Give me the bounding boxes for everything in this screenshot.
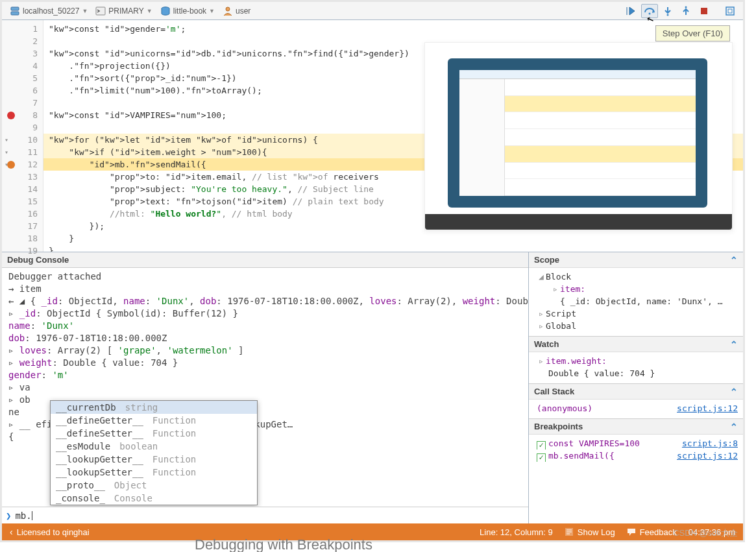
autocomplete-item[interactable]: __currentDbstring — [51, 401, 257, 414]
log-icon — [565, 527, 574, 536]
svg-point-6 — [667, 14, 669, 16]
chevron-down-icon: ▼ — [82, 8, 88, 14]
svg-rect-9 — [726, 7, 734, 15]
debug-side-panels: Scope⌃ ◢Block ▹item: { _id: ObjectId, na… — [529, 252, 743, 523]
role-selector[interactable]: PRIMARY ▼ — [91, 6, 156, 16]
collapse-icon[interactable]: ⌃ — [730, 337, 738, 352]
scope-script[interactable]: Script — [546, 309, 576, 318]
watch-panel[interactable]: Watch⌃ ▹item.weight: Double { value: 704… — [529, 337, 743, 384]
stop-button[interactable] — [696, 4, 713, 18]
step-out-button[interactable] — [677, 4, 694, 18]
server-icon — [10, 6, 20, 16]
host-selector[interactable]: localhost_50227 ▼ — [6, 6, 91, 16]
user-label: user — [236, 6, 250, 16]
role-label: PRIMARY — [108, 6, 143, 16]
watch-value: Double { value: 704 } — [537, 367, 738, 379]
scope-item-label: item: — [560, 284, 585, 294]
autocomplete-item[interactable]: __lookupSetter__Function — [51, 466, 257, 479]
scope-title: Scope — [534, 252, 559, 267]
autocomplete-item[interactable]: __proto__Object — [51, 479, 257, 492]
svg-point-4 — [226, 7, 230, 11]
debug-console-output[interactable]: Debugger attached→ item← ◢ { _id: Object… — [2, 268, 528, 507]
feedback-button[interactable]: Feedback — [627, 527, 677, 537]
breakpoints-title: Breakpoints — [534, 419, 583, 434]
callstack-title: Call Stack — [534, 384, 574, 399]
promo-laptop-image — [424, 42, 733, 230]
show-log-button[interactable]: Show Log — [565, 527, 615, 537]
debug-console-input[interactable]: mb. — [15, 510, 31, 521]
scope-item-value: { _id: ObjectId, name: 'Dunx', … — [537, 295, 738, 307]
watch-title: Watch — [534, 337, 559, 352]
page-subtitle: Debugging with Breakpoints — [195, 536, 372, 552]
chevron-left-icon[interactable]: ‹ — [10, 527, 13, 537]
collapse-icon[interactable]: ⌃ — [730, 419, 738, 434]
connection-bar: localhost_50227 ▼ PRIMARY ▼ little-book … — [2, 2, 743, 20]
debug-console-panel: Debug Console Debugger attached→ item← ◢… — [2, 252, 529, 523]
svg-rect-8 — [701, 8, 707, 14]
step-into-button[interactable] — [659, 4, 676, 18]
host-label: localhost_50227 — [23, 6, 79, 16]
svg-rect-10 — [728, 9, 732, 13]
collapse-icon[interactable]: ⌃ — [730, 384, 738, 399]
scope-global[interactable]: Global — [546, 321, 576, 331]
svg-point-7 — [685, 6, 687, 8]
svg-rect-0 — [11, 7, 19, 10]
show-log-label: Show Log — [578, 527, 615, 537]
restore-window-button[interactable] — [722, 4, 738, 18]
scope-block-label: Block — [546, 272, 571, 282]
svg-rect-1 — [11, 12, 19, 15]
continue-button[interactable] — [623, 4, 640, 18]
status-bar: ‹ Licensed to qinghai Line: 12, Column: … — [2, 523, 743, 540]
code-editor[interactable]: 12345678910111213141516171819 "kw">const… — [2, 20, 743, 252]
stack-frame-loc[interactable]: script.js:12 — [677, 402, 738, 414]
breakpoint-item[interactable]: ✓mb.sendMail({script.js:12 — [537, 450, 738, 462]
autocomplete-item[interactable]: __defineSetter__Function — [51, 427, 257, 440]
database-selector[interactable]: little-book ▼ — [156, 6, 219, 16]
autocomplete-item[interactable]: __defineGetter__Function — [51, 414, 257, 427]
chevron-down-icon: ▼ — [147, 8, 152, 14]
debug-console-input-bar[interactable]: ❯ mb. — [2, 507, 528, 523]
watermark-text: CSDN @sdk大全 — [673, 527, 738, 539]
database-icon — [160, 6, 171, 16]
line-gutter[interactable]: 12345678910111213141516171819 — [2, 20, 43, 252]
step-over-tooltip: Step Over (F10) — [655, 25, 730, 42]
breakpoints-panel[interactable]: Breakpoints⌃ ✓const VAMPIRES=100script.j… — [529, 419, 743, 523]
license-text: Licensed to qinghai — [17, 527, 90, 537]
feedback-label: Feedback — [640, 527, 677, 537]
chevron-down-icon: ▼ — [209, 8, 215, 14]
terminal-icon — [95, 6, 106, 16]
collapse-icon[interactable]: ⌃ — [730, 252, 738, 267]
stack-frame[interactable]: (anonymous) — [537, 403, 592, 413]
autocomplete-item[interactable]: __lookupGetter__Function — [51, 453, 257, 466]
feedback-icon — [627, 527, 636, 536]
database-label: little-book — [173, 6, 206, 16]
callstack-panel[interactable]: Call Stack⌃ (anonymous)script.js:12 — [529, 384, 743, 419]
autocomplete-popup[interactable]: __currentDbstring__defineGetter__Functio… — [50, 400, 258, 505]
prompt-icon: ❯ — [6, 510, 11, 521]
scope-panel[interactable]: Scope⌃ ◢Block ▹item: { _id: ObjectId, na… — [529, 252, 743, 337]
debug-console-title: Debug Console — [2, 252, 528, 268]
watch-expr: item.weight: — [546, 356, 607, 366]
breakpoint-item[interactable]: ✓const VAMPIRES=100script.js:8 — [537, 437, 738, 450]
user-icon — [223, 6, 233, 16]
autocomplete-item[interactable]: __esModuleboolean — [51, 440, 257, 453]
autocomplete-item[interactable]: _console_Console — [51, 492, 257, 505]
user-selector[interactable]: user — [219, 6, 254, 16]
svg-rect-2 — [96, 7, 105, 15]
cursor-position: Line: 12, Column: 9 — [480, 527, 553, 537]
